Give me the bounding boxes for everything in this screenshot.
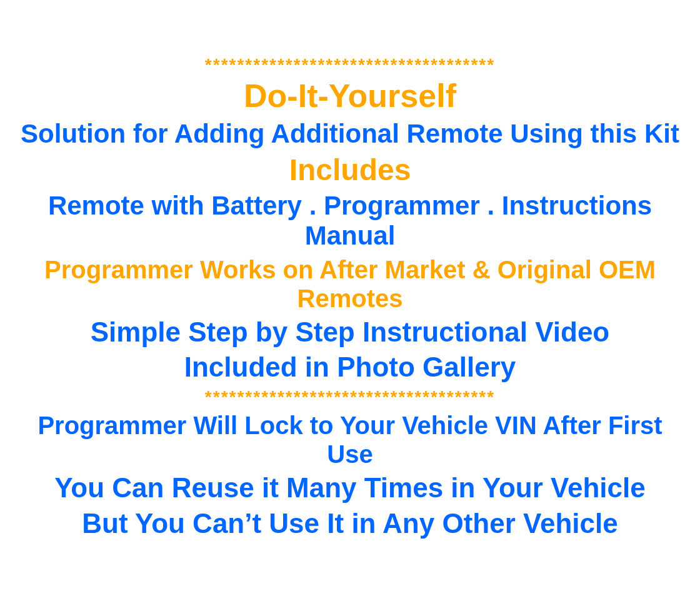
solution-line: Solution for Adding Additional Remote Us… [12,119,688,149]
stars-top: ************************************ [12,55,688,75]
lock-vin-line: Programmer Will Lock to Your Vehicle VIN… [12,411,688,469]
diy-heading: Do-It-Yourself [12,78,688,115]
remote-line: Remote with Battery . Programmer . Instr… [12,191,688,251]
cant-use-line: But You Can’t Use It in Any Other Vehicl… [12,508,688,540]
step-video-line: Simple Step by Step Instructional Video [12,317,688,348]
photo-gallery-line: Included in Photo Gallery [12,352,688,383]
includes-label: Includes [12,153,688,187]
programmer-oem-line: Programmer Works on After Market & Origi… [12,255,688,313]
reuse-line: You Can Reuse it Many Times in Your Vehi… [12,472,688,504]
main-content: ************************************ Do-… [0,43,700,556]
stars-bottom: ************************************ [12,387,688,407]
